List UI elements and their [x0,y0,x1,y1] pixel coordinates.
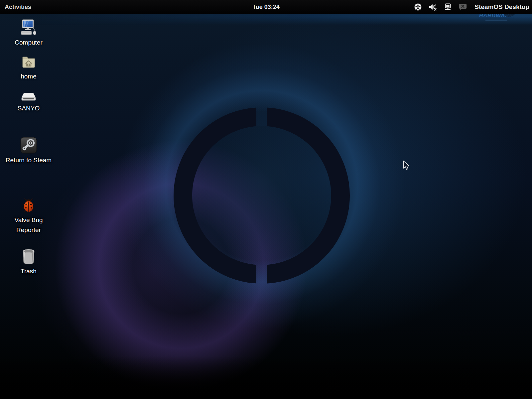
chat-offline-icon[interactable] [459,3,467,11]
status-area: SteamOS Desktop [414,0,529,14]
desktop-icon-label: home [21,71,37,81]
desktop-icon-sanyo[interactable]: SANYO [5,84,52,113]
home-folder-icon [21,52,37,70]
desktop-icon-label: Valve Bug Reporter [5,215,52,235]
wallpaper-bottom-fade [0,356,532,399]
desktop-icon-return-to-steam[interactable]: Return to Steam [5,136,52,165]
steamos-logo [169,102,355,289]
system-menu-label[interactable]: SteamOS Desktop [474,3,529,11]
ladybug-icon [21,196,36,213]
volume-muted-icon[interactable] [429,3,437,11]
wallpaper-top-glow [0,14,532,25]
network-wired-icon[interactable] [444,3,452,11]
desktop-icon-label: Computer [15,38,42,48]
desktop-icon-computer[interactable]: Computer [5,18,52,48]
removable-drive-icon [21,84,37,102]
steam-icon [20,136,37,154]
trash-icon [20,247,37,265]
clock[interactable]: Tue 03:24 [252,0,280,14]
desktop-icon-trash[interactable]: Trash [5,247,52,276]
accessibility-icon[interactable] [414,3,422,11]
activities-button[interactable]: Activities [0,0,36,14]
desktop-icon-label: Return to Steam [6,155,52,165]
desktop-icon-label: SANYO [18,103,40,113]
top-bar: Activities Tue 03:24 [0,0,532,14]
desktop-icon-label: Trash [21,266,37,276]
desktop-icon-home[interactable]: home [5,52,52,81]
desktop-icon-valve-bug-reporter[interactable]: Valve Bug Reporter [5,196,52,235]
computer-icon [20,18,38,36]
